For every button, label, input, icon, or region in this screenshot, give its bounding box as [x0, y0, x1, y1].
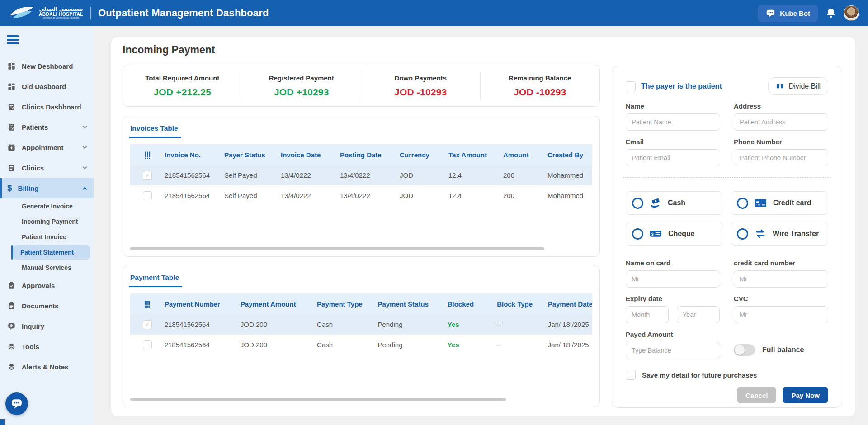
col-created-by[interactable]: Created By	[547, 151, 592, 159]
kube-bot-button[interactable]: Kube Bot	[758, 5, 818, 22]
summary-remaining-balance: Remaining Balance JOD -10293	[481, 71, 600, 100]
sidebar-subitem-manual-services[interactable]: Manual Services	[0, 260, 94, 275]
row-checkbox[interactable]	[143, 340, 152, 349]
sidebar-item-appointment[interactable]: Appointment	[0, 137, 94, 158]
save-detail-checkbox[interactable]: Save my detail for future purchases	[626, 370, 828, 380]
patient-address-input[interactable]	[734, 113, 828, 131]
cheque-icon: $	[650, 229, 662, 239]
sidebar-item-inquiry[interactable]: Inquiry	[0, 316, 94, 336]
payed-amount-label: Payed Amount	[626, 331, 720, 338]
col-payment-status[interactable]: Payment Status	[377, 300, 447, 308]
col-block-type[interactable]: Block Type	[497, 300, 547, 308]
name-on-card-input[interactable]	[626, 270, 720, 288]
expiry-month-input[interactable]	[626, 306, 669, 323]
expiry-year-input[interactable]	[677, 306, 720, 323]
col-posting-date[interactable]: Posting Date	[340, 151, 400, 159]
method-wire-transfer[interactable]: Wire Transfer	[731, 222, 828, 246]
sidebar-item-label: Patients	[22, 123, 48, 131]
notifications-button[interactable]	[826, 8, 835, 18]
table-row[interactable]: ✓ 218541562564 Self Payed 13/4/0222 13/4…	[130, 165, 592, 185]
method-cash[interactable]: Cash	[626, 191, 723, 215]
sidebar-subitem-patient-invoice[interactable]: Patient Invoice	[0, 229, 94, 245]
cvc-input[interactable]	[734, 306, 828, 323]
sidebar-item-approvals[interactable]: Approvals	[0, 275, 94, 296]
radio-button[interactable]	[737, 198, 748, 209]
payer-is-patient-checkbox[interactable]: The payer is the patient	[626, 81, 722, 91]
tab-invoices-table[interactable]: Invoices Table	[129, 124, 181, 138]
col-payer-status[interactable]: Payer Status	[224, 151, 281, 159]
invoices-header-row: Invoice No. Payer Status Invoice Date Po…	[130, 144, 592, 165]
divide-bill-button[interactable]: Divide Bill	[768, 77, 828, 95]
chevron-down-icon	[83, 144, 87, 149]
summary-card: Total Required Amount JOD +212.25 Regist…	[123, 65, 600, 107]
sidebar-subitem-incoming-payment[interactable]: Incoming Payment	[0, 214, 94, 229]
sidebar-item-new-dashboard[interactable]: New Deshboard	[0, 56, 94, 76]
sidebar-subitem-patient-statement[interactable]: Patient Statement	[0, 245, 94, 260]
user-avatar[interactable]	[844, 5, 859, 21]
sidebar-item-label: Clinics Dashboard	[22, 103, 81, 111]
sidebar-item-clinics-dashboard[interactable]: Clinics Dashboard	[0, 97, 94, 117]
credit-card-icon	[755, 198, 767, 208]
cell-blocked: Yes	[448, 341, 497, 349]
col-amount[interactable]: Amount	[503, 151, 547, 159]
row-checkbox[interactable]: ✓	[143, 171, 152, 180]
row-checkbox[interactable]: ✓	[143, 320, 152, 329]
full-balance-toggle[interactable]	[734, 344, 755, 356]
menu-toggle-icon[interactable]	[7, 35, 19, 44]
method-label: Cheque	[668, 230, 695, 238]
sidebar-item-alerts-notes[interactable]: Alerts & Notes	[0, 357, 94, 377]
card-number-input[interactable]	[734, 270, 828, 288]
cell-currency: JOD	[400, 171, 448, 179]
cell-posting-date: 13/4/0222	[340, 192, 400, 199]
checkbox[interactable]	[626, 370, 636, 380]
payed-amount-input[interactable]	[626, 342, 720, 359]
table-row[interactable]: ✓ 218541562564 JOD 200 Cash Pending Yes …	[130, 314, 592, 335]
radio-button[interactable]	[737, 228, 748, 240]
col-payment-amount[interactable]: Payment Amount	[241, 300, 317, 308]
row-checkbox[interactable]	[143, 191, 152, 200]
col-payment-type[interactable]: Payment Type	[317, 300, 377, 308]
sidebar-item-old-dashboard[interactable]: Old Dasboard	[0, 76, 94, 97]
method-label: Cash	[668, 199, 685, 207]
col-payment-number[interactable]: Payment Number	[165, 300, 241, 308]
col-invoice-date[interactable]: Invoice Date	[281, 151, 340, 159]
cell-payment-amount: JOD 200	[241, 341, 317, 349]
cell-invoice-no: 218541562564	[165, 192, 224, 199]
sidebar-item-clinics[interactable]: Clinics	[0, 158, 94, 178]
method-credit-card[interactable]: Credit card	[731, 191, 828, 215]
dollar-icon: $	[7, 183, 12, 193]
table-row[interactable]: 218541562564 Self Payed 13/4/0222 13/4/0…	[130, 185, 592, 206]
col-payment-date[interactable]: Payment Date	[548, 300, 592, 308]
app-title: Outpatient Management Dashboard	[98, 7, 269, 19]
patient-phone-input[interactable]	[734, 149, 828, 166]
col-invoice-no[interactable]: Invoice No.	[165, 151, 224, 159]
summary-registered-payment: Registered Payment JOD +10293	[242, 71, 362, 100]
patient-name-input[interactable]	[626, 113, 720, 131]
col-blocked[interactable]: Blocked	[448, 300, 497, 308]
clipboard-pen-icon	[7, 123, 16, 132]
card-number-label: credit card number	[734, 259, 828, 267]
cell-payment-status: Pending	[377, 321, 447, 328]
sidebar-subitem-generate-invoice[interactable]: Generate Invoice	[0, 198, 94, 214]
horizontal-scrollbar[interactable]	[130, 398, 506, 401]
tab-payment-table[interactable]: Payment Table	[129, 274, 182, 287]
chat-fab-button[interactable]	[5, 392, 28, 415]
method-cheque[interactable]: $ Cheque	[626, 222, 723, 246]
col-tax-amount[interactable]: Tax Amount	[448, 151, 503, 159]
sidebar-item-tools[interactable]: Tools	[0, 336, 94, 357]
grid-icon	[7, 62, 16, 71]
radio-button[interactable]	[632, 228, 643, 240]
checkbox[interactable]	[626, 81, 636, 91]
sidebar-item-patients[interactable]: Patients	[0, 117, 94, 137]
cancel-button[interactable]: Cancel	[737, 387, 776, 403]
table-row[interactable]: 218541562564 JOD 200 Cash Pending Yes --…	[130, 335, 592, 355]
columns-grid-icon	[143, 300, 151, 308]
sidebar-item-documents[interactable]: Documents	[0, 296, 94, 316]
radio-button[interactable]	[632, 198, 643, 209]
cell-block-type: --	[497, 341, 547, 349]
horizontal-scrollbar[interactable]	[130, 247, 544, 250]
pay-now-button[interactable]: Pay Now	[783, 387, 828, 403]
sidebar-item-billing[interactable]: $ Billing	[0, 178, 94, 198]
col-currency[interactable]: Currency	[400, 151, 448, 159]
patient-email-input[interactable]	[626, 149, 720, 166]
